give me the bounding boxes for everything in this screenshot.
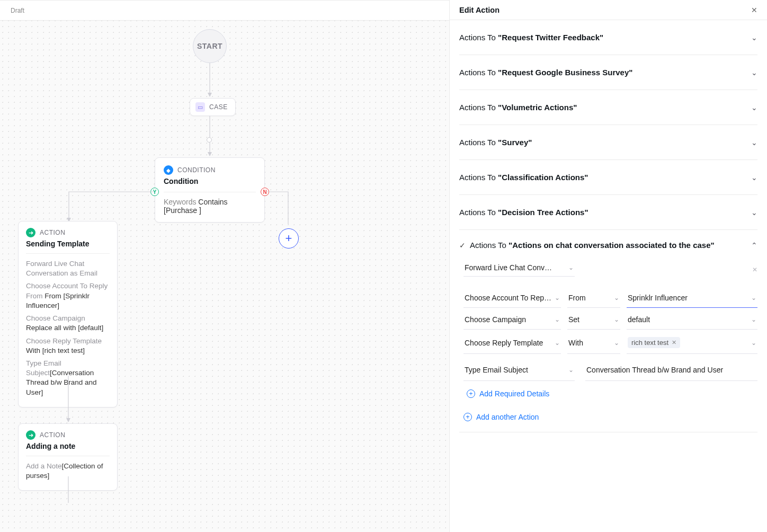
condition-node[interactable]: ◆ CONDITION Condition Keywords Contains … bbox=[155, 157, 265, 223]
flow-canvas[interactable]: START ▭ CASE ◆ CONDITION C bbox=[0, 21, 449, 532]
add-node-button[interactable]: + bbox=[279, 228, 299, 249]
start-node[interactable]: START bbox=[193, 29, 227, 63]
condition-op: Contains bbox=[198, 198, 227, 206]
accordion-active: ✓ Actions To "Actions on chat conversati… bbox=[459, 230, 757, 432]
chevron-down-icon: ⌄ bbox=[555, 294, 560, 302]
config-value-select[interactable]: rich text test✕⌄ bbox=[627, 332, 757, 354]
check-icon: ✓ bbox=[459, 241, 466, 250]
plus-circle-icon: + bbox=[463, 413, 472, 421]
panel-title: Edit Action bbox=[459, 6, 500, 14]
case-label: CASE bbox=[209, 103, 228, 111]
chevron-down-icon: ⌄ bbox=[614, 339, 619, 347]
action-line: Type Email Subject[Conversation Thread b… bbox=[26, 359, 110, 397]
yes-badge: Y bbox=[150, 188, 159, 196]
action-kind: ACTION bbox=[40, 229, 65, 236]
action-node-sending-template[interactable]: ➜ ACTION Sending Template Forward Live C… bbox=[18, 221, 118, 407]
chevron-down-icon: ⌄ bbox=[568, 366, 574, 374]
chip-remove-icon[interactable]: ✕ bbox=[672, 339, 676, 346]
accordion-pre: Actions To bbox=[470, 241, 509, 250]
action-line: Forward Live Chat Conversation as Email bbox=[26, 259, 110, 278]
config-field-select[interactable]: Choose Reply Template⌄ bbox=[463, 332, 561, 354]
case-node[interactable]: ▭ CASE bbox=[190, 98, 236, 116]
top-bar: Draft bbox=[0, 1, 449, 21]
chevron-down-icon: ⌄ bbox=[751, 208, 757, 217]
config-op-select[interactable]: Set⌄ bbox=[567, 310, 620, 330]
no-badge: N bbox=[261, 188, 269, 196]
action-icon: ➜ bbox=[26, 228, 35, 237]
condition-keywords-label: Keywords bbox=[164, 198, 196, 206]
action-icon: ➜ bbox=[26, 430, 35, 440]
chevron-down-icon: ⌄ bbox=[751, 68, 757, 77]
condition-title: Condition bbox=[164, 177, 256, 185]
chevron-down-icon: ⌄ bbox=[751, 339, 756, 347]
accordion-section[interactable]: Actions To "Request Google Business Surv… bbox=[459, 55, 757, 90]
condition-kind: CONDITION bbox=[177, 166, 216, 174]
config-field-select[interactable]: Choose Campaign⌄ bbox=[463, 310, 561, 330]
add-another-action-link[interactable]: + Add another Action bbox=[463, 413, 757, 421]
config-op-select[interactable]: From⌄ bbox=[567, 288, 620, 308]
chevron-down-icon: ⌄ bbox=[751, 316, 756, 323]
chevron-down-icon: ⌄ bbox=[555, 316, 560, 323]
chevron-down-icon: ⌄ bbox=[751, 173, 757, 182]
plus-circle-icon: + bbox=[467, 389, 475, 398]
draft-status: Draft bbox=[11, 7, 24, 14]
action-node-adding-note[interactable]: ➜ ACTION Adding a note Add a Note[Collec… bbox=[18, 423, 118, 491]
chevron-down-icon: ⌄ bbox=[614, 316, 619, 323]
add-required-details-link[interactable]: + Add Required Details bbox=[467, 389, 757, 398]
action-kind: ACTION bbox=[40, 431, 65, 439]
svg-marker-7 bbox=[66, 418, 70, 422]
chevron-down-icon: ⌄ bbox=[614, 294, 619, 302]
action-line: Add a Note[Collection of purses] bbox=[26, 462, 110, 481]
connector-dot bbox=[207, 137, 212, 143]
accordion-bold: "Actions on chat conversation associated… bbox=[509, 241, 715, 250]
edit-action-panel: Edit Action ✕ Actions To "Request Twitte… bbox=[449, 0, 767, 532]
action-line: Choose Account To Reply From From [Sprin… bbox=[26, 281, 110, 311]
condition-value: [Purchase ] bbox=[164, 206, 201, 215]
condition-icon: ◆ bbox=[164, 165, 173, 175]
accordion-section[interactable]: Actions To "Decision Tree Actions"⌄ bbox=[459, 195, 757, 230]
svg-marker-1 bbox=[208, 93, 212, 97]
primary-action-select[interactable]: Forward Live Chat Conversati… ⌄ bbox=[463, 259, 575, 277]
start-label: START bbox=[197, 42, 222, 50]
case-icon: ▭ bbox=[195, 102, 205, 112]
remove-action-icon[interactable]: ✕ bbox=[752, 266, 757, 273]
chevron-down-icon: ⌄ bbox=[555, 339, 560, 347]
chevron-down-icon: ⌄ bbox=[568, 264, 574, 271]
close-icon[interactable]: ✕ bbox=[751, 6, 757, 14]
chevron-down-icon: ⌄ bbox=[751, 103, 757, 112]
config-value-select[interactable]: Sprinklr Influencer⌄ bbox=[627, 288, 757, 308]
config-value-select[interactable]: default⌄ bbox=[627, 310, 757, 330]
config-field-select[interactable]: Choose Account To Repl…⌄ bbox=[463, 288, 561, 308]
chevron-up-icon[interactable]: ⌃ bbox=[751, 241, 757, 250]
action-line: Choose Reply Template With [rich text te… bbox=[26, 336, 110, 356]
accordion-section[interactable]: Actions To "Volumetric Actions"⌄ bbox=[459, 90, 757, 125]
chevron-down-icon: ⌄ bbox=[751, 294, 756, 302]
chip[interactable]: rich text test✕ bbox=[628, 337, 680, 348]
chevron-down-icon: ⌄ bbox=[751, 138, 757, 147]
config-op-select[interactable]: With⌄ bbox=[567, 332, 620, 354]
accordion-section[interactable]: Actions To "Request Twitter Feedback"⌄ bbox=[459, 20, 757, 55]
chevron-down-icon: ⌄ bbox=[751, 33, 757, 42]
subject-input[interactable] bbox=[586, 365, 756, 375]
svg-marker-4 bbox=[208, 152, 212, 156]
accordion-section[interactable]: Actions To "Classification Actions"⌄ bbox=[459, 160, 757, 195]
action-line: Choose Campaign Replace all with [defaul… bbox=[26, 314, 110, 333]
action-title: Sending Template bbox=[26, 240, 110, 248]
accordion-section[interactable]: Actions To "Survey"⌄ bbox=[459, 125, 757, 160]
subject-label-select[interactable]: Type Email Subject ⌄ bbox=[463, 359, 575, 381]
action-title: Adding a note bbox=[26, 442, 110, 450]
